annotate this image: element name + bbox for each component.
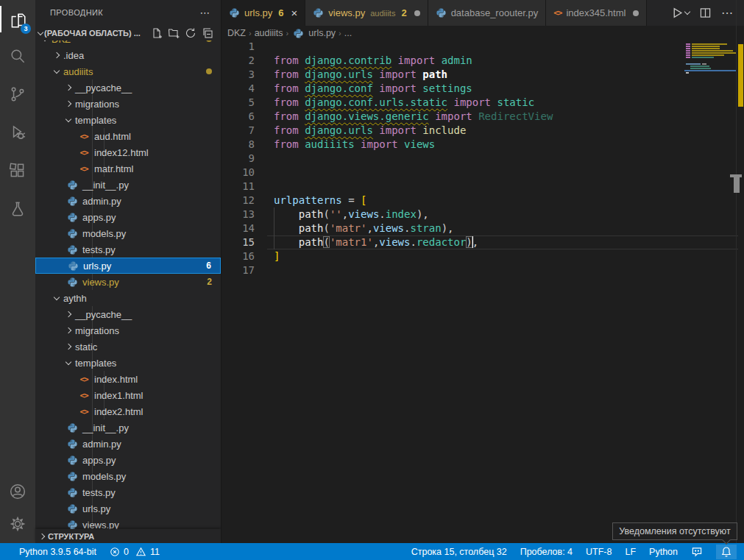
problems-badge: 2 <box>207 277 212 287</box>
python-file-icon <box>436 7 447 18</box>
source-control-icon[interactable] <box>0 78 35 110</box>
tree-item-dkz[interactable]: DKZ <box>35 40 221 47</box>
tree-item-aud-html[interactable]: <>aud.html <box>35 128 221 144</box>
new-folder-icon[interactable] <box>168 27 180 39</box>
breadcrumb: DKZ › audiiits › urls.py › ... <box>222 26 744 40</box>
tree-item-apps-py[interactable]: apps.py <box>35 452 221 468</box>
feedback-icon[interactable] <box>691 546 703 557</box>
python-interpreter-selector[interactable]: Python 3.9.5 64-bit <box>19 547 96 557</box>
editor-tab-views-py[interactable]: views.pyaudiiits2 <box>305 0 428 26</box>
python-file-icon <box>293 28 304 39</box>
language-mode[interactable]: Python <box>649 547 678 557</box>
tree-item-audiiits[interactable]: audiiits <box>35 63 221 79</box>
line-number: 11 <box>222 180 255 194</box>
python-file-icon <box>67 260 79 272</box>
new-file-icon[interactable] <box>151 27 163 39</box>
search-icon[interactable] <box>0 40 35 72</box>
tree-item-label: apps.py <box>82 212 116 223</box>
editor-tab-database-roouter-py[interactable]: database_roouter.py <box>428 0 547 26</box>
refresh-icon[interactable] <box>185 27 196 39</box>
tree-item-models-py[interactable]: models.py <box>35 225 221 241</box>
tree-item-label: __pycache__ <box>75 82 132 93</box>
chevron-down-icon <box>54 294 60 300</box>
tree-item-templates[interactable]: templates <box>35 112 221 128</box>
tree-item-label: templates <box>75 115 116 126</box>
tree-item-label: index2.html <box>94 406 143 417</box>
tree-item-index12-html[interactable]: <>index12.html <box>35 144 221 160</box>
overview-ruler[interactable] <box>736 0 744 543</box>
explorer-icon[interactable]: 3 <box>0 4 35 37</box>
tooltip-text: Уведомления отсутствуют <box>619 526 730 536</box>
tree-item-migrations[interactable]: migrations <box>35 322 221 339</box>
tree-item-label: .idea <box>63 50 84 61</box>
tree-item-tests-py[interactable]: tests.py <box>35 241 221 258</box>
code-line-15: 15 path('matr1',views.redactor), <box>222 235 744 249</box>
workspace-section-header[interactable]: (РАБОЧАЯ ОБЛАСТЬ) ... <box>35 26 221 40</box>
code-editor[interactable]: 12from django.contrib import admin3from … <box>222 40 744 543</box>
sidebar-explorer: ПРОВОДНИК ⋯ (РАБОЧАЯ ОБЛАСТЬ) ... DKZ.id… <box>35 0 221 543</box>
tree-item-templates[interactable]: templates <box>35 355 221 371</box>
breadcrumb-item-audiiits[interactable]: audiiits <box>255 28 283 38</box>
eol-setting[interactable]: LF <box>625 547 636 557</box>
warning-marks <box>738 44 743 107</box>
editor-tab-urls-py[interactable]: urls.py6× <box>222 0 305 26</box>
tree-item-label: urls.py <box>83 260 111 272</box>
tree-item-index2-html[interactable]: <>index2.html <box>35 403 221 419</box>
collapse-all-icon[interactable] <box>202 27 213 39</box>
settings-gear-icon[interactable] <box>0 508 35 540</box>
tree-item-matr-html[interactable]: <>matr.html <box>35 160 221 177</box>
tree-item--idea[interactable]: .idea <box>35 47 221 63</box>
tree-item-label: views.py <box>82 520 119 530</box>
vscode-window: 3 ПРОВОДНИК ⋯ (РАБОЧАЯ ОБЛ <box>0 0 744 560</box>
editor-indent-guide <box>274 208 274 249</box>
breadcrumb-item-urls-py[interactable]: urls.py <box>308 28 336 38</box>
line-number: 15 <box>222 235 255 249</box>
line-number: 12 <box>222 194 255 208</box>
notifications-bell-icon[interactable] <box>716 545 737 559</box>
account-icon[interactable] <box>0 475 35 508</box>
python-file-icon <box>313 7 324 18</box>
outline-label: СТРУКТУРА <box>48 532 94 541</box>
tree-item--init-py[interactable]: __init__.py <box>35 419 221 436</box>
tree-item-views-py[interactable]: views.py <box>35 517 221 529</box>
tree-item--pycache-[interactable]: __pycache__ <box>35 79 221 96</box>
tree-item-admin-py[interactable]: admin.py <box>35 436 221 452</box>
line-number: 3 <box>222 68 255 82</box>
tree-item-static[interactable]: static <box>35 339 221 355</box>
breadcrumb-item-dkz[interactable]: DKZ <box>227 28 246 38</box>
tree-item-index-html[interactable]: <>index.html <box>35 371 221 387</box>
tree-item-tests-py[interactable]: tests.py <box>35 484 221 500</box>
tree-item-models-py[interactable]: models.py <box>35 468 221 484</box>
tree-item-admin-py[interactable]: admin.py <box>35 193 221 209</box>
tree-item-urls-py[interactable]: urls.py <box>35 500 221 517</box>
line-number: 13 <box>222 208 255 221</box>
tree-item-urls-py[interactable]: urls.py6 <box>35 258 221 274</box>
tree-item-aythh[interactable]: aythh <box>35 290 221 306</box>
tree-item-label: views.py <box>82 277 119 288</box>
tree-item-views-py[interactable]: views.py2 <box>35 274 221 290</box>
html-file-icon: <> <box>78 389 90 401</box>
problems-indicator[interactable]: 0 11 <box>110 547 160 557</box>
tab-label: views.py <box>328 7 365 18</box>
indentation-setting[interactable]: Пробелов: 4 <box>520 547 573 557</box>
tree-item-migrations[interactable]: migrations <box>35 96 221 112</box>
tree-item--init-py[interactable]: __init__.py <box>35 177 221 193</box>
cursor-position[interactable]: Строка 15, столбец 32 <box>411 547 507 557</box>
tree-item-label: tests.py <box>82 244 116 255</box>
encoding-setting[interactable]: UTF-8 <box>586 547 612 557</box>
tree-item-label: __init__.py <box>82 180 129 191</box>
outline-section-header[interactable]: СТРУКТУРА <box>35 529 221 543</box>
testing-icon[interactable] <box>0 193 35 225</box>
code-line-10: 10 <box>222 166 744 180</box>
html-file-icon: <> <box>78 130 90 142</box>
breadcrumb-item-symbol[interactable]: ... <box>344 28 352 38</box>
editor-tab-index345-html[interactable]: <>index345.html <box>546 0 647 26</box>
tree-item-index1-html[interactable]: <>index1.html <box>35 387 221 403</box>
tree-item-apps-py[interactable]: apps.py <box>35 209 221 225</box>
close-tab-icon[interactable]: × <box>291 7 298 18</box>
explorer-more-actions-icon[interactable]: ⋯ <box>200 0 210 26</box>
tree-item--pycache-[interactable]: __pycache__ <box>35 306 221 322</box>
minimap[interactable] <box>684 0 736 543</box>
run-and-debug-icon[interactable] <box>0 116 35 149</box>
extensions-icon[interactable] <box>0 155 35 187</box>
